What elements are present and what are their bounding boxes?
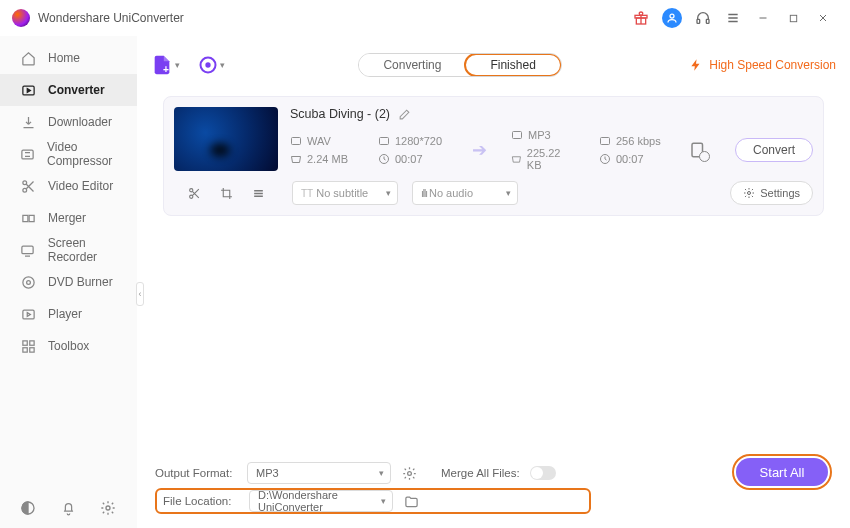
tab-finished[interactable]: Finished <box>464 53 561 77</box>
title-bar: Wondershare UniConverter <box>0 0 850 36</box>
theme-icon[interactable] <box>20 500 36 516</box>
svg-rect-28 <box>513 132 522 139</box>
more-icon[interactable] <box>251 186 265 200</box>
start-all-highlight: Start All <box>732 454 832 490</box>
src-size: 2.24 MB <box>307 153 348 165</box>
merge-label: Merge All Files: <box>441 467 520 479</box>
sidebar-item-dvd[interactable]: DVD Burner <box>0 266 137 298</box>
tab-converting[interactable]: Converting <box>359 54 465 76</box>
close-button[interactable] <box>814 9 832 27</box>
sidebar-item-merger[interactable]: Merger <box>0 202 137 234</box>
svg-point-13 <box>22 276 33 287</box>
main-content: + ▾ ▾ Converting Finished High Speed Con… <box>137 36 850 528</box>
waveform-icon: ıllı <box>421 188 427 199</box>
sidebar-item-downloader[interactable]: Downloader <box>0 106 137 138</box>
edit-title-icon[interactable] <box>398 108 411 121</box>
svg-rect-12 <box>22 246 33 254</box>
status-tabs: Converting Finished <box>358 53 561 77</box>
svg-point-9 <box>22 188 26 192</box>
settings-icon[interactable] <box>100 500 116 516</box>
file-location-label: File Location: <box>163 495 239 507</box>
download-icon <box>20 114 36 130</box>
sidebar-item-label: Player <box>48 307 82 321</box>
svg-rect-31 <box>692 143 703 157</box>
merger-icon <box>20 210 36 226</box>
sidebar-item-recorder[interactable]: Screen Recorder <box>0 234 137 266</box>
sidebar-item-converter[interactable]: Converter <box>0 74 137 106</box>
sidebar-item-toolbox[interactable]: Toolbox <box>0 330 137 362</box>
svg-rect-5 <box>790 15 796 21</box>
sidebar-item-label: Video Compressor <box>47 140 137 168</box>
menu-icon[interactable] <box>724 9 742 27</box>
toolbox-icon <box>20 338 36 354</box>
output-settings-icon[interactable] <box>687 139 709 161</box>
player-icon <box>20 306 36 322</box>
sidebar-item-label: Screen Recorder <box>48 236 137 264</box>
svg-point-2 <box>670 14 674 18</box>
svg-rect-19 <box>29 347 33 351</box>
edit-tools <box>174 186 278 200</box>
dvd-icon <box>20 274 36 290</box>
arrow-right-icon: ➔ <box>466 139 493 161</box>
convert-button[interactable]: Convert <box>735 138 813 162</box>
sidebar-item-label: Home <box>48 51 80 65</box>
headset-icon[interactable] <box>694 9 712 27</box>
output-format-label: Output Format: <box>155 467 237 479</box>
merge-toggle[interactable] <box>530 466 556 480</box>
svg-rect-10 <box>22 215 27 221</box>
svg-text:+: + <box>163 64 169 75</box>
sidebar-item-compressor[interactable]: Video Compressor <box>0 138 137 170</box>
maximize-button[interactable] <box>784 9 802 27</box>
bolt-icon <box>689 58 703 72</box>
svg-rect-18 <box>22 347 26 351</box>
high-speed-label: High Speed Conversion <box>709 58 836 72</box>
open-folder-icon[interactable] <box>403 493 419 509</box>
svg-point-14 <box>26 280 30 284</box>
chevron-down-icon: ▾ <box>381 496 386 506</box>
crop-icon[interactable] <box>219 186 233 200</box>
file-location-value: D:\Wondershare UniConverter <box>258 489 384 513</box>
high-speed-toggle[interactable]: High Speed Conversion <box>689 58 836 72</box>
subtitle-select[interactable]: TT No subtitle ▾ <box>292 181 398 205</box>
sidebar-bottom <box>0 500 116 516</box>
item-settings-button[interactable]: Settings <box>730 181 813 205</box>
recorder-icon <box>20 242 36 258</box>
sidebar-item-editor[interactable]: Video Editor <box>0 170 137 202</box>
dst-format: MP3 <box>528 129 551 141</box>
dst-bitrate: 256 kbps <box>616 135 661 147</box>
audio-select[interactable]: ıllı No audio ▾ <box>412 181 518 205</box>
minimize-button[interactable] <box>754 9 772 27</box>
dst-duration: 00:07 <box>616 153 644 165</box>
sidebar-item-home[interactable]: Home <box>0 42 137 74</box>
svg-rect-15 <box>22 310 33 319</box>
sidebar: Home Converter Downloader Video Compress… <box>0 36 137 528</box>
gift-icon[interactable] <box>632 9 650 27</box>
svg-point-24 <box>206 63 209 66</box>
file-thumbnail[interactable] <box>174 107 278 171</box>
dst-size: 225.22 KB <box>527 147 573 171</box>
file-title: Scuba Diving - (2) <box>290 107 390 121</box>
converter-icon <box>20 82 36 98</box>
output-settings-icon[interactable] <box>401 465 417 481</box>
src-resolution: 1280*720 <box>395 135 442 147</box>
svg-rect-4 <box>706 19 709 23</box>
output-format-select[interactable]: MP3 ▾ <box>247 462 391 484</box>
scissors-icon <box>20 178 36 194</box>
start-all-button[interactable]: Start All <box>736 458 828 486</box>
chevron-down-icon: ▾ <box>220 60 225 70</box>
trim-icon[interactable] <box>187 186 201 200</box>
svg-rect-7 <box>22 150 33 159</box>
file-location-select[interactable]: D:\Wondershare UniConverter ▾ <box>249 490 393 512</box>
svg-point-33 <box>189 195 192 198</box>
bell-icon[interactable] <box>60 500 76 516</box>
chevron-down-icon: ▾ <box>175 60 180 70</box>
user-avatar-icon[interactable] <box>662 8 682 28</box>
svg-rect-25 <box>292 138 301 145</box>
sidebar-item-player[interactable]: Player <box>0 298 137 330</box>
sidebar-item-label: Merger <box>48 211 86 225</box>
svg-rect-11 <box>29 215 34 221</box>
add-dvd-button[interactable]: ▾ <box>198 55 225 75</box>
svg-rect-26 <box>380 138 389 145</box>
output-format-value: MP3 <box>256 467 279 479</box>
add-file-button[interactable]: + ▾ <box>151 54 180 76</box>
